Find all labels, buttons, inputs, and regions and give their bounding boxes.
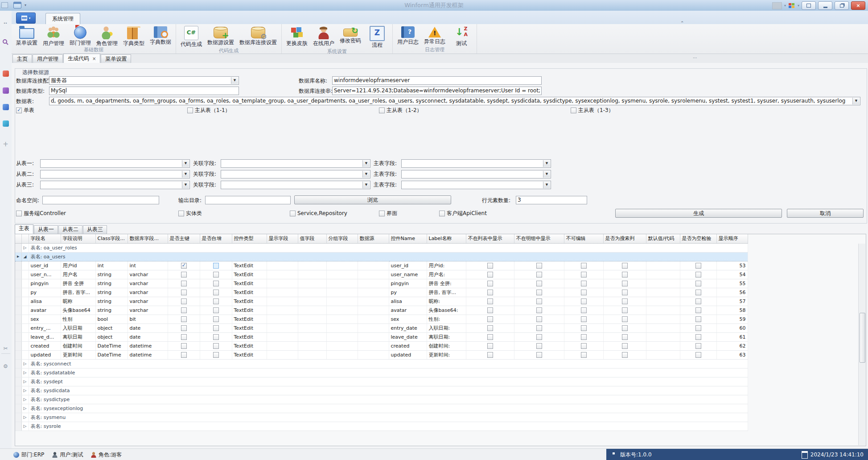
control-name-cell[interactable]: avatar [389, 306, 427, 315]
empty-cell[interactable] [358, 261, 389, 270]
expand-icon[interactable]: ▷ [21, 359, 29, 368]
purple-tool-icon[interactable] [2, 87, 9, 94]
checkbox-icon[interactable] [622, 343, 628, 349]
label-name-cell[interactable]: 创建时间: [427, 341, 466, 350]
field-desc-cell[interactable]: 离职日期 [61, 332, 95, 341]
checkbox-cell[interactable] [168, 341, 200, 350]
db-type-cell[interactable]: int [128, 261, 168, 270]
checkbox-cell[interactable] [168, 279, 200, 288]
checkbox-cell[interactable] [466, 323, 514, 332]
field-desc-cell[interactable]: 拼音, 首字... [61, 288, 95, 297]
windows-logo-icon[interactable] [788, 3, 795, 9]
checkbox-icon[interactable] [181, 290, 187, 295]
expand-icon[interactable]: ▷ [21, 413, 29, 422]
checkbox-icon[interactable] [487, 352, 493, 358]
empty-cell[interactable] [267, 297, 298, 306]
chevron-down-icon[interactable]: ▼ [543, 160, 550, 167]
checkbox-cell[interactable] [514, 306, 564, 315]
checkbox-cell[interactable] [466, 306, 514, 315]
display-order-cell[interactable]: 62 [716, 341, 748, 350]
checkbox-icon[interactable] [181, 298, 187, 304]
ribbon-button[interactable]: 菜单设置 [13, 25, 40, 47]
detail-table-combo[interactable]: ▼ [40, 170, 190, 178]
column-header[interactable]: 显示顺序 [716, 234, 748, 243]
empty-cell[interactable] [298, 279, 326, 288]
checkbox-cell[interactable] [680, 270, 716, 279]
empty-cell[interactable] [358, 297, 389, 306]
doc-tab-主页[interactable]: 主页 [12, 54, 32, 63]
field-name-cell[interactable]: avatar [29, 306, 61, 315]
label-name-cell[interactable]: 用户名: [427, 270, 466, 279]
checkbox-icon[interactable] [695, 316, 701, 322]
control-name-cell[interactable]: updated [389, 350, 427, 359]
column-header[interactable]: Label名称 [427, 234, 466, 243]
checkbox-icon[interactable] [487, 272, 493, 278]
label-name-cell[interactable]: 昵称: [427, 297, 466, 306]
checkbox-icon[interactable] [622, 298, 628, 304]
field-row[interactable]: created创建时间DateTimedatetimeTextEditcreat… [15, 341, 748, 350]
chevron-down-icon[interactable]: ▼ [362, 171, 370, 178]
control-type-cell[interactable]: TextEdit [232, 350, 267, 359]
db-type-cell[interactable]: datetime [128, 350, 168, 359]
checkbox-cell[interactable] [514, 270, 564, 279]
checkbox-icon[interactable] [695, 352, 701, 358]
field-name-cell[interactable]: updated [29, 350, 61, 359]
control-name-cell[interactable]: user_id [389, 261, 427, 270]
checkbox-cell[interactable] [514, 350, 564, 359]
field-row[interactable]: sex性别boolbitTextEditsex性别:59 [15, 315, 748, 323]
expand-icon[interactable]: ▷ [21, 243, 29, 252]
display-order-cell[interactable]: 58 [716, 306, 748, 315]
checkbox-icon[interactable] [178, 211, 184, 216]
column-header[interactable]: 值字段 [298, 234, 326, 243]
checkbox-cell[interactable] [564, 332, 603, 341]
checkbox-icon[interactable] [536, 307, 542, 313]
empty-cell[interactable] [326, 341, 358, 350]
db-type-cell[interactable]: datetime [128, 341, 168, 350]
checkbox-icon[interactable] [622, 290, 628, 295]
table-group-row[interactable]: ▷表名: sysconnect [15, 359, 748, 368]
control-type-cell[interactable]: TextEdit [232, 261, 267, 270]
checkbox-icon[interactable] [581, 325, 587, 331]
checkbox-cell[interactable] [200, 279, 232, 288]
field-row[interactable]: pingyin拼音 全拼stringvarcharTextEditpingyin… [15, 279, 748, 288]
field-row[interactable]: user_id用户idintintTextEdituser_id用户id:53 [15, 261, 748, 270]
checkbox-cell[interactable] [200, 350, 232, 359]
checkbox-icon[interactable] [536, 272, 542, 278]
generate-option-checkbox[interactable]: 服务端Controller [16, 210, 66, 217]
scissors-icon[interactable]: ✂ [2, 344, 9, 352]
empty-cell[interactable] [358, 288, 389, 297]
checkbox-icon[interactable] [581, 290, 587, 295]
db-type-cell[interactable]: varchar [128, 297, 168, 306]
display-order-cell[interactable]: 56 [716, 288, 748, 297]
checkbox-cell[interactable] [564, 323, 603, 332]
control-type-cell[interactable]: TextEdit [232, 288, 267, 297]
field-row[interactable]: entry_...入职日期objectdateTextEditentry_dat… [15, 323, 748, 332]
empty-cell[interactable] [298, 350, 326, 359]
grid-tab-从表一[interactable]: 从表一 [34, 225, 58, 234]
field-row[interactable]: py拼音, 首字...stringvarcharTextEditpy拼音, 首字… [15, 288, 748, 297]
checkbox-icon[interactable] [581, 307, 587, 313]
table-group-row[interactable]: ▶◢表名: oa_users [15, 252, 748, 261]
field-row[interactable]: alisa昵称stringvarcharTextEditalisa昵称:57 [15, 297, 748, 306]
class-type-cell[interactable]: int [95, 261, 128, 270]
ribbon-collapse-icon[interactable]: ⌃ [680, 21, 684, 25]
checkbox-icon[interactable] [487, 343, 493, 349]
label-name-cell[interactable]: 拼音 全拼: [427, 279, 466, 288]
add-icon[interactable]: + [2, 140, 9, 148]
empty-cell[interactable] [298, 341, 326, 350]
db-type-cell[interactable]: date [128, 323, 168, 332]
table-group-row[interactable]: ▷表名: oa_user_roles [15, 243, 748, 252]
ribbon-button[interactable]: 流程 [364, 25, 391, 49]
checkbox-icon[interactable] [695, 325, 701, 331]
checkbox-cell[interactable] [168, 306, 200, 315]
checkbox-icon[interactable] [487, 298, 493, 304]
empty-cell[interactable] [646, 279, 680, 288]
checkbox-cell[interactable] [564, 341, 603, 350]
checkbox-icon[interactable] [213, 307, 219, 313]
control-name-cell[interactable]: alisa [389, 297, 427, 306]
table-group-row[interactable]: ▷表名: sysmenu [15, 413, 748, 422]
checkbox-icon[interactable] [536, 281, 542, 286]
field-desc-cell[interactable]: 性别 [61, 315, 95, 323]
empty-cell[interactable] [358, 315, 389, 323]
db-type-cell[interactable]: varchar [128, 270, 168, 279]
